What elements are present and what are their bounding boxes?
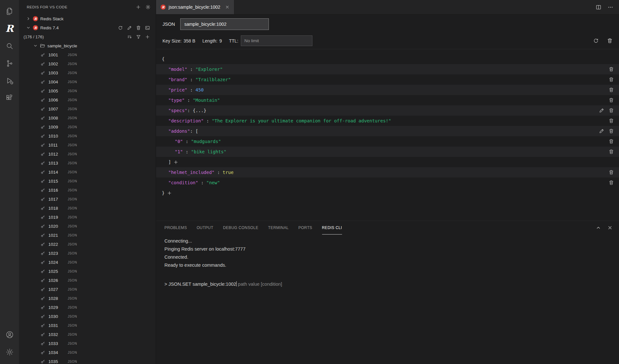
add-field-button[interactable] — [173, 160, 178, 165]
key-row[interactable]: 1032 JSON — [19, 330, 156, 339]
key-row[interactable]: 1003 JSON — [19, 68, 156, 77]
key-row[interactable]: 1027 JSON — [19, 285, 156, 294]
key-row[interactable]: 1019 JSON — [19, 213, 156, 222]
key-row[interactable]: 1018 JSON — [19, 204, 156, 213]
sidebar-settings-gear-icon[interactable] — [145, 5, 151, 10]
row-actions — [609, 67, 614, 72]
delete-field-button[interactable] — [609, 87, 614, 92]
key-row[interactable]: 1033 JSON — [19, 339, 156, 348]
add-database-icon[interactable] — [136, 5, 141, 10]
key-row[interactable]: 1024 JSON — [19, 258, 156, 267]
key-row[interactable]: 1031 JSON — [19, 321, 156, 330]
delete-field-button[interactable] — [609, 139, 614, 144]
chevron-down-icon[interactable] — [33, 43, 38, 48]
key-row[interactable]: 1034 JSON — [19, 348, 156, 357]
key-row[interactable]: 1028 JSON — [19, 294, 156, 303]
key-row[interactable]: 1013 JSON — [19, 158, 156, 168]
refresh-icon[interactable] — [118, 25, 123, 30]
key-row[interactable]: 1004 JSON — [19, 77, 156, 86]
delete-field-button[interactable] — [609, 108, 614, 113]
close-tab-icon[interactable] — [225, 5, 230, 9]
run-debug-icon[interactable] — [0, 72, 19, 90]
panel-tab-redis-cli[interactable]: REDIS CLI — [322, 221, 342, 235]
key-row[interactable]: 1017 JSON — [19, 195, 156, 204]
key-row[interactable]: 1001 JSON — [19, 50, 156, 59]
edit-database-icon[interactable] — [127, 25, 132, 30]
panel-tab-problems[interactable]: PROBLEMS — [164, 221, 187, 235]
extensions-icon[interactable] — [0, 90, 19, 107]
refresh-key-icon[interactable] — [593, 38, 599, 43]
key-row[interactable]: 1021 JSON — [19, 231, 156, 240]
key-row[interactable]: 1035 JSON — [19, 357, 156, 364]
key-row[interactable]: 1023 JSON — [19, 249, 156, 258]
key-row[interactable]: 1009 JSON — [19, 122, 156, 131]
key-row[interactable]: 1020 JSON — [19, 222, 156, 231]
key-row[interactable]: 1029 JSON — [19, 303, 156, 312]
open-cli-terminal-icon[interactable] — [145, 25, 150, 30]
redis-extension-icon[interactable]: R — [0, 20, 19, 37]
settings-gear-icon[interactable] — [0, 343, 19, 361]
key-row[interactable]: 1016 JSON — [19, 186, 156, 195]
key-row[interactable]: 1006 JSON — [19, 95, 156, 104]
ttl-input[interactable] — [241, 35, 312, 46]
account-icon[interactable] — [0, 326, 19, 343]
delete-field-button[interactable] — [609, 129, 614, 134]
source-control-icon[interactable] — [0, 55, 19, 72]
delete-field-button[interactable] — [609, 77, 614, 82]
key-row[interactable]: 1008 JSON — [19, 113, 156, 122]
sidebar-item-redis-74[interactable]: R Redis 7.4 — [19, 23, 156, 32]
key-row[interactable]: 1007 JSON — [19, 104, 156, 113]
add-key-icon[interactable] — [145, 34, 150, 39]
key-icon — [41, 251, 45, 255]
panel-tab-terminal[interactable]: TERMINAL — [268, 221, 289, 235]
key-row[interactable]: 1026 JSON — [19, 276, 156, 285]
key-icon — [41, 350, 45, 355]
explorer-icon[interactable] — [0, 3, 19, 20]
delete-field-button[interactable] — [609, 67, 614, 72]
json-row-content: "brand" : "Trailblazer" — [156, 77, 231, 82]
key-row[interactable]: 1025 JSON — [19, 267, 156, 276]
delete-field-button[interactable] — [609, 118, 614, 123]
chevron-down-icon[interactable] — [26, 25, 31, 30]
key-name-input[interactable] — [180, 18, 269, 30]
json-key: "specs" — [168, 108, 187, 113]
chevron-right-icon[interactable] — [26, 16, 31, 21]
edit-field-button[interactable] — [599, 129, 604, 134]
key-row[interactable]: 1012 JSON — [19, 149, 156, 158]
add-field-button[interactable] — [167, 191, 172, 196]
key-row[interactable]: 1015 JSON — [19, 177, 156, 186]
more-actions-icon[interactable] — [608, 5, 613, 10]
delete-field-button[interactable] — [609, 170, 614, 175]
sort-icon[interactable] — [127, 34, 132, 39]
delete-database-icon[interactable] — [136, 25, 141, 30]
key-row[interactable]: 1022 JSON — [19, 240, 156, 249]
redis-logo-icon: R — [33, 16, 38, 21]
delete-field-button[interactable] — [609, 180, 614, 185]
filter-icon[interactable] — [136, 34, 141, 39]
maximize-panel-icon[interactable] — [596, 225, 601, 230]
panel-tab-ports[interactable]: PORTS — [298, 221, 312, 235]
key-row[interactable]: 1030 JSON — [19, 312, 156, 321]
json-row-content: "specs": {...} — [156, 108, 206, 113]
key-id: 1011 — [48, 143, 63, 148]
key-row[interactable]: 1002 JSON — [19, 59, 156, 68]
sidebar-item-redis-stack[interactable]: R Redis Stack — [19, 14, 156, 23]
close-panel-icon[interactable] — [607, 225, 613, 230]
key-type-badge: JSON — [68, 107, 77, 111]
delete-key-icon[interactable] — [607, 38, 613, 43]
panel-tab-output[interactable]: OUTPUT — [197, 221, 213, 235]
search-icon[interactable] — [0, 37, 19, 55]
sidebar-item-folder-sample-bicycle[interactable]: sample_bicycle — [19, 41, 156, 50]
split-editor-icon[interactable] — [596, 5, 601, 10]
delete-field-button[interactable] — [609, 149, 614, 154]
delete-field-button[interactable] — [609, 98, 614, 103]
panel-tab-debug-console[interactable]: DEBUG CONSOLE — [223, 221, 259, 235]
key-row[interactable]: 1010 JSON — [19, 131, 156, 140]
cli-prompt[interactable]: > JSON.SET sample_bicycle:1002 path valu… — [164, 280, 619, 288]
edit-field-button[interactable] — [599, 108, 604, 113]
key-row[interactable]: 1005 JSON — [19, 86, 156, 95]
editor-tab[interactable]: R json:sample_bicycle:1002 — [156, 0, 234, 14]
key-row[interactable]: 1014 JSON — [19, 168, 156, 177]
cli-hint: path value [condition] — [237, 282, 282, 287]
key-row[interactable]: 1011 JSON — [19, 140, 156, 149]
